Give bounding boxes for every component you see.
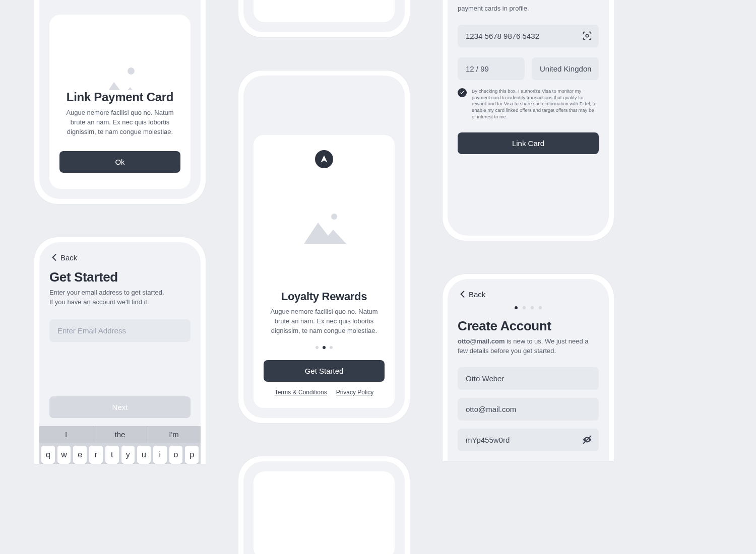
email-input[interactable] bbox=[49, 319, 191, 342]
link-payment-modal: Link Payment Card Augue nemore facilisi … bbox=[49, 15, 191, 189]
page-title: Create Account bbox=[458, 318, 599, 334]
dot-3 bbox=[330, 346, 333, 349]
sugg-1[interactable]: I bbox=[39, 426, 93, 443]
empty-card bbox=[254, 0, 395, 22]
key-i[interactable]: i bbox=[153, 446, 167, 464]
frame-get-started: Back Get Started Enter your email addres… bbox=[34, 237, 206, 464]
dot-1 bbox=[316, 346, 319, 349]
password-visibility-icon[interactable] bbox=[582, 434, 593, 445]
step-dot-2 bbox=[523, 306, 526, 309]
key-o[interactable]: o bbox=[169, 446, 183, 464]
expiry-input[interactable] bbox=[458, 57, 525, 80]
key-y[interactable]: y bbox=[121, 446, 135, 464]
svg-point-2 bbox=[586, 35, 589, 38]
create-desc: otto@mail.com is new to us. We just need… bbox=[458, 337, 599, 356]
get-started-button[interactable]: Get Started bbox=[264, 360, 385, 382]
step-dot-4 bbox=[539, 306, 542, 309]
key-r[interactable]: r bbox=[89, 446, 103, 464]
password-input[interactable] bbox=[458, 429, 599, 451]
link-card-button[interactable]: Link Card bbox=[458, 132, 599, 154]
sugg-3[interactable]: I'm bbox=[147, 426, 201, 443]
consent-checkbox[interactable] bbox=[458, 88, 467, 97]
empty-card bbox=[254, 471, 395, 554]
card-number-input[interactable] bbox=[458, 25, 599, 47]
next-button[interactable]: Next bbox=[49, 396, 191, 418]
scan-card-icon[interactable] bbox=[582, 30, 593, 41]
key-t[interactable]: t bbox=[105, 446, 119, 464]
loyalty-title: Loyalty Rewards bbox=[264, 290, 385, 303]
link-card-intro: payment cards in profile. bbox=[458, 4, 599, 14]
frame-create-account: Back Create Account otto@mail.com is new… bbox=[443, 274, 614, 461]
svg-point-0 bbox=[128, 67, 135, 75]
back-label: Back bbox=[469, 290, 485, 299]
page-sub-2: If you have an account we'll find it. bbox=[49, 298, 191, 307]
image-placeholder-icon bbox=[300, 212, 350, 248]
back-row[interactable]: Back bbox=[49, 252, 191, 262]
consent-text: By checking this box, I authorize Visa t… bbox=[472, 88, 599, 120]
step-dot-3 bbox=[531, 306, 534, 309]
back-row[interactable]: Back bbox=[458, 289, 599, 299]
frame-link-card-form: payment cards in profile. By checking th… bbox=[443, 0, 614, 241]
progress-dots bbox=[458, 306, 599, 309]
loyalty-body: Augue nemore facilisi quo no. Natum brut… bbox=[264, 307, 385, 336]
frame-empty-bottom bbox=[238, 456, 410, 554]
create-account-screen: Back Create Account otto@mail.com is new… bbox=[448, 279, 609, 461]
image-placeholder-icon bbox=[85, 62, 155, 90]
page-sub-1: Enter your email address to get started. bbox=[49, 288, 191, 298]
email-input[interactable] bbox=[458, 398, 599, 421]
key-p[interactable]: p bbox=[185, 446, 199, 464]
privacy-link[interactable]: Privacy Policy bbox=[336, 389, 374, 396]
chevron-left-icon bbox=[49, 252, 59, 262]
keyboard[interactable]: I the I'm q w e r t y u i o p bbox=[39, 426, 201, 464]
modal-hero-image bbox=[59, 15, 180, 90]
loyalty-card: Loyalty Rewards Augue nemore facilisi qu… bbox=[254, 135, 395, 408]
modal-body: Augue nemore facilisi quo no. Natum brut… bbox=[59, 108, 180, 137]
link-card-screen: payment cards in profile. By checking th… bbox=[448, 0, 609, 236]
modal-title: Link Payment Card bbox=[59, 90, 180, 104]
back-label: Back bbox=[60, 253, 77, 262]
pagination-dots bbox=[264, 346, 385, 349]
loyalty-image bbox=[300, 212, 348, 246]
page-title: Get Started bbox=[49, 269, 191, 285]
key-u[interactable]: u bbox=[137, 446, 151, 464]
dot-2 bbox=[323, 346, 326, 349]
key-e[interactable]: e bbox=[73, 446, 87, 464]
frame-empty-top bbox=[238, 0, 410, 37]
get-started-screen: Back Get Started Enter your email addres… bbox=[39, 242, 201, 426]
chevron-left-icon bbox=[458, 289, 468, 299]
step-dot-1 bbox=[515, 306, 518, 309]
create-email-bold: otto@mail.com bbox=[458, 337, 505, 345]
brand-arrow-icon bbox=[319, 154, 329, 164]
name-input[interactable] bbox=[458, 367, 599, 390]
frame-loyalty: Loyalty Rewards Augue nemore facilisi qu… bbox=[238, 71, 410, 423]
terms-link[interactable]: Terms & Conditions bbox=[275, 389, 327, 396]
country-input[interactable] bbox=[532, 57, 599, 80]
key-q[interactable]: q bbox=[41, 446, 55, 464]
frame-link-payment-modal: Link Payment Card Augue nemore facilisi … bbox=[34, 0, 206, 204]
key-w[interactable]: w bbox=[57, 446, 71, 464]
suggestion-bar[interactable]: I the I'm bbox=[39, 426, 201, 443]
check-icon bbox=[460, 90, 465, 95]
sugg-2[interactable]: the bbox=[93, 426, 147, 443]
legal-links: Terms & Conditions Privacy Policy bbox=[264, 389, 385, 396]
keys-row[interactable]: q w e r t y u i o p bbox=[39, 443, 201, 464]
brand-logo bbox=[315, 150, 333, 168]
ok-button[interactable]: Ok bbox=[59, 151, 180, 173]
svg-point-1 bbox=[331, 214, 337, 220]
